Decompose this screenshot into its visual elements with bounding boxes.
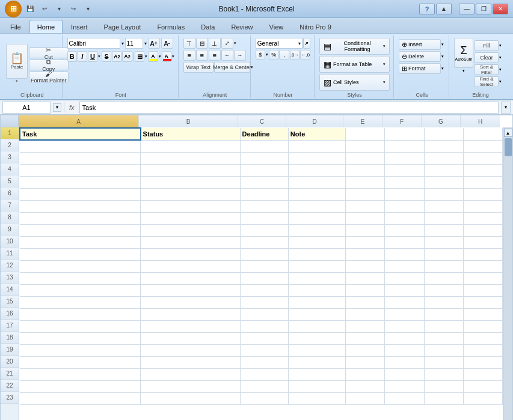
cell-F18[interactable] <box>385 332 424 344</box>
cell-E18[interactable] <box>346 332 385 344</box>
cut-button[interactable]: ✂ Cut <box>29 47 69 58</box>
cell-B3[interactable] <box>141 152 241 164</box>
col-header-H[interactable]: H <box>461 115 500 127</box>
currency-button[interactable]: $ <box>256 50 265 59</box>
cell-H14[interactable] <box>463 284 502 296</box>
col-header-B[interactable]: B <box>139 115 238 127</box>
top-align-button[interactable]: ⊤ <box>183 38 195 49</box>
strikethrough-button[interactable]: S <box>102 51 111 62</box>
row-header-11[interactable]: 11 <box>1 248 19 260</box>
cell-E13[interactable] <box>346 272 385 284</box>
close-button[interactable]: ✕ <box>493 4 508 14</box>
col-header-A[interactable]: A <box>19 115 139 127</box>
font-color-button[interactable]: A <box>162 51 171 62</box>
row-header-6[interactable]: 6 <box>1 187 19 199</box>
cell-C3[interactable] <box>240 152 288 164</box>
tab-nitro[interactable]: Nitro Pro 9 <box>292 20 339 33</box>
cell-G4[interactable] <box>424 164 463 176</box>
decrease-font-button[interactable]: A- <box>161 38 173 49</box>
cell-F22[interactable] <box>385 380 424 392</box>
number-format-dropdown[interactable]: General ▾ <box>256 38 303 49</box>
fill-dropdown[interactable]: ▾ <box>159 54 161 59</box>
cf-dropdown-arrow[interactable]: ▾ <box>383 44 386 49</box>
cell-E11[interactable] <box>346 248 385 260</box>
undo-dropdown-button[interactable]: ▾ <box>53 4 65 14</box>
cell-E10[interactable] <box>346 236 385 248</box>
fill-color-button[interactable]: A <box>148 51 158 62</box>
find-dropdown[interactable]: ▾ <box>499 79 502 84</box>
cell-D12[interactable] <box>288 260 345 272</box>
cell-H22[interactable] <box>463 380 502 392</box>
cell-H1[interactable] <box>463 128 502 140</box>
clear-dropdown[interactable]: ▾ <box>499 55 502 60</box>
fat-dropdown-arrow[interactable]: ▾ <box>383 62 386 67</box>
percent-button[interactable]: % <box>269 50 278 59</box>
format-cells-button[interactable]: ⊞ Format <box>399 63 441 74</box>
cell-C19[interactable] <box>240 344 288 356</box>
cell-D15[interactable] <box>288 296 345 308</box>
cell-A15[interactable] <box>20 296 141 308</box>
cell-D14[interactable] <box>288 284 345 296</box>
row-header-2[interactable]: 2 <box>1 139 19 151</box>
col-header-E[interactable]: E <box>343 115 382 127</box>
tab-insert[interactable]: Insert <box>63 20 96 33</box>
scroll-up-button[interactable]: ▲ <box>504 129 512 137</box>
cell-C14[interactable] <box>240 284 288 296</box>
cell-D7[interactable] <box>288 200 345 212</box>
tab-data[interactable]: Data <box>193 20 223 33</box>
left-align-button[interactable]: ≡ <box>183 50 195 61</box>
subscript-button[interactable]: A2 <box>122 51 132 62</box>
cell-H21[interactable] <box>463 368 502 380</box>
orientation-button[interactable]: ⤢ <box>221 38 233 49</box>
tab-page-layout[interactable]: Page Layout <box>96 20 149 33</box>
cell-A5[interactable] <box>20 176 141 188</box>
cell-E20[interactable] <box>346 356 385 368</box>
ribbon-minimize-button[interactable]: ▲ <box>436 4 452 14</box>
cell-B2[interactable] <box>141 140 241 152</box>
cell-A10[interactable] <box>20 236 141 248</box>
cell-D1[interactable]: Note <box>288 128 345 140</box>
cell-H3[interactable] <box>463 152 502 164</box>
cell-A2[interactable] <box>20 140 141 152</box>
fill-button[interactable]: Fill <box>475 40 499 51</box>
tab-formulas[interactable]: Formulas <box>149 20 192 33</box>
sort-filter-button[interactable]: Sort &Filter <box>475 64 499 75</box>
cell-F14[interactable] <box>385 284 424 296</box>
cell-H5[interactable] <box>463 176 502 188</box>
cell-H4[interactable] <box>463 164 502 176</box>
format-painter-button[interactable]: 🖌 Format Painter <box>29 72 69 82</box>
cell-E12[interactable] <box>346 260 385 272</box>
cell-G7[interactable] <box>424 200 463 212</box>
minimize-button[interactable]: — <box>459 4 475 14</box>
cell-A8[interactable] <box>20 212 141 224</box>
cell-E3[interactable] <box>346 152 385 164</box>
cell-B6[interactable] <box>141 188 241 200</box>
row-header-8[interactable]: 8 <box>1 212 19 224</box>
cell-C8[interactable] <box>240 212 288 224</box>
cell-H9[interactable] <box>463 224 502 236</box>
cell-H17[interactable] <box>463 320 502 332</box>
formula-input[interactable] <box>79 102 499 114</box>
cell-A14[interactable] <box>20 284 141 296</box>
cell-B7[interactable] <box>141 200 241 212</box>
cell-H11[interactable] <box>463 248 502 260</box>
right-align-button[interactable]: ≡ <box>209 50 221 61</box>
cell-styles-button[interactable]: ▨ Cell Styles ▾ <box>319 74 390 91</box>
cell-C15[interactable] <box>240 296 288 308</box>
font-size-input[interactable] <box>125 38 143 49</box>
name-box[interactable] <box>2 102 51 114</box>
cell-E4[interactable] <box>346 164 385 176</box>
cell-G14[interactable] <box>424 284 463 296</box>
cell-B4[interactable] <box>141 164 241 176</box>
autosum-button[interactable]: Σ AutoSum <box>454 38 473 68</box>
cell-G2[interactable] <box>424 140 463 152</box>
cell-G8[interactable] <box>424 212 463 224</box>
cell-D10[interactable] <box>288 236 345 248</box>
cell-C5[interactable] <box>240 176 288 188</box>
cell-D19[interactable] <box>288 344 345 356</box>
cell-F6[interactable] <box>385 188 424 200</box>
row-header-5[interactable]: 5 <box>1 175 19 187</box>
cell-B20[interactable] <box>141 356 241 368</box>
row-header-16[interactable]: 16 <box>1 308 19 320</box>
cell-H12[interactable] <box>463 260 502 272</box>
